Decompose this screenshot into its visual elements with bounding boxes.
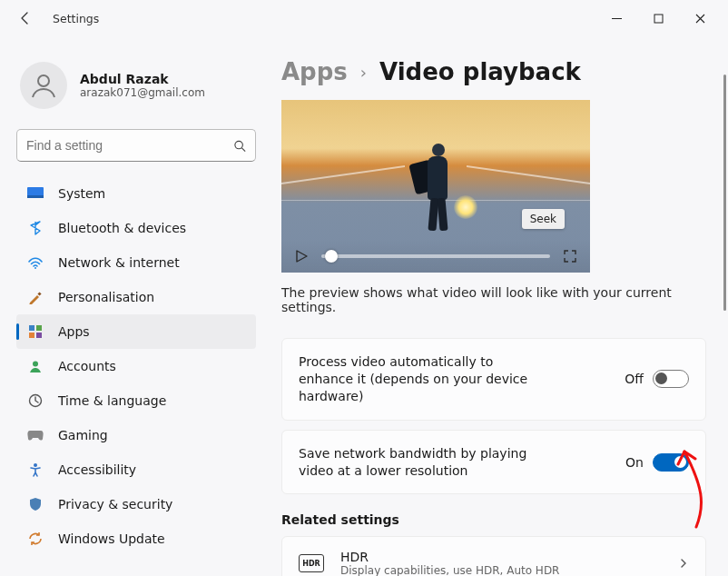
time-icon bbox=[27, 392, 44, 409]
svg-line-4 bbox=[241, 147, 245, 151]
window-controls bbox=[595, 4, 721, 33]
svg-rect-9 bbox=[29, 325, 34, 331]
sidebar: Abdul Razak arazak071@gmail.com System B… bbox=[0, 36, 272, 576]
setting-bandwidth-toggle[interactable] bbox=[653, 453, 689, 472]
privacy-icon bbox=[27, 496, 44, 512]
chevron-right-icon bbox=[678, 558, 689, 569]
sidebar-item-apps[interactable]: Apps bbox=[16, 314, 256, 349]
svg-rect-11 bbox=[29, 333, 34, 338]
maximize-icon bbox=[654, 14, 664, 24]
chevron-right-icon: › bbox=[360, 63, 367, 82]
accessibility-icon bbox=[27, 462, 44, 478]
svg-point-15 bbox=[34, 463, 37, 467]
system-icon bbox=[27, 185, 44, 202]
video-controls bbox=[281, 240, 590, 273]
nav-list: System Bluetooth & devices Network & int… bbox=[16, 176, 272, 556]
search-box[interactable] bbox=[16, 129, 256, 162]
search-input[interactable] bbox=[26, 138, 233, 153]
sidebar-item-label: Apps bbox=[58, 324, 90, 339]
sidebar-item-personalisation[interactable]: Personalisation bbox=[16, 280, 256, 314]
search-icon bbox=[233, 139, 246, 153]
bluetooth-icon bbox=[27, 220, 44, 236]
page-title: Video playback bbox=[379, 58, 581, 85]
related-settings-title: Related settings bbox=[281, 512, 706, 527]
hdr-title: HDR bbox=[340, 550, 559, 564]
seek-thumb[interactable] bbox=[325, 250, 338, 263]
avatar bbox=[20, 62, 67, 109]
svg-point-13 bbox=[33, 362, 38, 367]
video-preview[interactable]: Seek bbox=[281, 100, 590, 273]
svg-point-3 bbox=[235, 141, 242, 148]
sidebar-item-label: Network & internet bbox=[58, 255, 180, 270]
sidebar-item-system[interactable]: System bbox=[16, 176, 256, 211]
breadcrumb-parent[interactable]: Apps bbox=[281, 58, 348, 85]
profile-block[interactable]: Abdul Razak arazak071@gmail.com bbox=[16, 45, 272, 125]
sidebar-item-gaming[interactable]: Gaming bbox=[16, 418, 256, 452]
scrollbar[interactable] bbox=[723, 74, 726, 311]
seek-bar[interactable] bbox=[321, 254, 550, 258]
arrow-left-icon bbox=[18, 11, 33, 25]
sidebar-item-time[interactable]: Time & language bbox=[16, 383, 256, 418]
profile-email: arazak071@gmail.com bbox=[80, 86, 205, 99]
setting-bandwidth-label: Save network bandwidth by playing video … bbox=[299, 445, 535, 480]
sidebar-item-privacy[interactable]: Privacy & security bbox=[16, 487, 256, 521]
sidebar-item-label: System bbox=[58, 186, 105, 201]
setting-enhance: Process video automatically to enhance i… bbox=[281, 338, 706, 421]
personalisation-icon bbox=[27, 289, 44, 305]
main-content: Apps › Video playback Seek The preview s… bbox=[272, 36, 728, 576]
fullscreen-icon[interactable] bbox=[563, 249, 577, 263]
setting-enhance-toggle[interactable] bbox=[653, 370, 689, 388]
sidebar-item-label: Accounts bbox=[58, 359, 116, 373]
sidebar-item-accessibility[interactable]: Accessibility bbox=[16, 452, 256, 487]
sidebar-item-label: Windows Update bbox=[58, 531, 165, 546]
accounts-icon bbox=[27, 358, 44, 374]
hdr-subtitle: Display capabilities, use HDR, Auto HDR bbox=[340, 564, 559, 576]
network-icon bbox=[27, 254, 44, 271]
sidebar-item-network[interactable]: Network & internet bbox=[16, 245, 256, 280]
sidebar-item-label: Accessibility bbox=[58, 462, 136, 477]
svg-rect-10 bbox=[36, 325, 42, 331]
minimize-button[interactable] bbox=[595, 4, 637, 33]
back-button[interactable] bbox=[15, 7, 36, 29]
preview-description: The preview shows what video will look l… bbox=[281, 285, 690, 314]
apps-icon bbox=[27, 323, 44, 340]
setting-bandwidth-state: On bbox=[625, 455, 644, 470]
maximize-button[interactable] bbox=[637, 4, 679, 33]
close-button[interactable] bbox=[679, 4, 721, 33]
titlebar: Settings bbox=[0, 0, 728, 36]
sidebar-item-update[interactable]: Windows Update bbox=[16, 521, 256, 556]
svg-rect-8 bbox=[37, 292, 41, 295]
sidebar-item-label: Gaming bbox=[58, 428, 108, 442]
sidebar-item-accounts[interactable]: Accounts bbox=[16, 349, 256, 383]
related-hdr[interactable]: HDR HDR Display capabilities, use HDR, A… bbox=[281, 536, 706, 576]
hdr-icon: HDR bbox=[299, 554, 324, 572]
svg-rect-6 bbox=[27, 195, 44, 198]
svg-point-2 bbox=[38, 75, 49, 86]
svg-rect-1 bbox=[654, 15, 663, 23]
sidebar-item-label: Time & language bbox=[58, 393, 166, 408]
update-icon bbox=[27, 531, 44, 547]
svg-rect-12 bbox=[36, 333, 42, 338]
sidebar-item-label: Privacy & security bbox=[58, 497, 172, 511]
seek-tooltip: Seek bbox=[522, 209, 565, 229]
sidebar-item-label: Personalisation bbox=[58, 290, 154, 304]
setting-enhance-state: Off bbox=[625, 372, 644, 386]
play-icon[interactable] bbox=[294, 249, 309, 263]
svg-point-7 bbox=[34, 267, 36, 269]
setting-bandwidth: Save network bandwidth by playing video … bbox=[281, 430, 706, 495]
sidebar-item-label: Bluetooth & devices bbox=[58, 221, 186, 235]
profile-name: Abdul Razak bbox=[80, 72, 205, 86]
person-icon bbox=[28, 70, 59, 101]
sidebar-item-bluetooth[interactable]: Bluetooth & devices bbox=[16, 211, 256, 245]
window-title: Settings bbox=[53, 12, 99, 25]
setting-enhance-label: Process video automatically to enhance i… bbox=[299, 353, 535, 405]
close-icon bbox=[695, 14, 705, 24]
breadcrumb: Apps › Video playback bbox=[281, 58, 706, 85]
gaming-icon bbox=[27, 427, 44, 443]
minimize-icon bbox=[612, 14, 622, 24]
